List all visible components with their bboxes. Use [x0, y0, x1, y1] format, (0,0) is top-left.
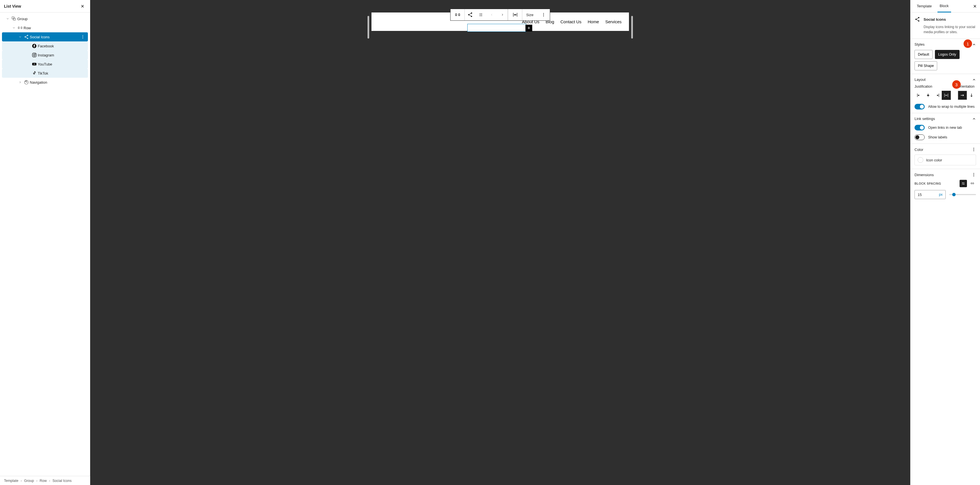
scroll-handle[interactable] [631, 16, 633, 38]
chevron-right-icon [17, 81, 23, 84]
svg-rect-38 [945, 95, 946, 96]
color-section: 5 Color Icon color [910, 144, 980, 169]
more-options-button[interactable] [79, 35, 87, 39]
link-settings-toggle[interactable]: Link settings [915, 116, 976, 121]
more-vertical-icon [541, 13, 546, 17]
more-vertical-icon[interactable] [972, 147, 976, 152]
layout-toggle[interactable]: Layout [915, 78, 976, 82]
justify-center-button[interactable] [924, 91, 933, 100]
add-social-icon-button[interactable]: + [525, 25, 532, 32]
show-labels-toggle[interactable] [915, 134, 925, 140]
new-tab-toggle[interactable] [915, 125, 925, 130]
tree-label: Facebook [38, 44, 88, 48]
color-swatch [918, 157, 923, 163]
nav-link[interactable]: Services [605, 19, 622, 24]
breadcrumb-item[interactable]: Row [40, 479, 47, 483]
chevron-up-icon [972, 117, 976, 121]
svg-point-41 [974, 149, 974, 150]
instagram-icon [31, 52, 38, 57]
drag-handle[interactable] [476, 9, 486, 21]
chevron-down-icon [11, 26, 17, 30]
youtube-icon [31, 62, 38, 67]
chevron-left-icon [490, 13, 493, 16]
tree-node-group[interactable]: Group [2, 14, 88, 23]
canvas-content: + About Us Blog Contact Us Home Services [371, 13, 629, 485]
block-type-button[interactable] [465, 9, 476, 21]
settings-tabs: Template Block [910, 0, 980, 13]
row-icon [17, 25, 24, 30]
more-options-button[interactable] [537, 9, 550, 21]
orientation-vertical-button[interactable] [967, 91, 976, 100]
icon-color-button[interactable]: Icon color [915, 154, 976, 165]
svg-point-9 [83, 38, 83, 38]
style-pill-shape-button[interactable]: Pill Shape [915, 61, 937, 70]
tree-node-youtube[interactable]: YouTube [2, 60, 88, 68]
svg-point-46 [963, 183, 963, 183]
block-toolbar: Size [450, 9, 550, 21]
justify-space-between-button[interactable] [942, 91, 951, 100]
breadcrumb-item[interactable]: Template [4, 479, 18, 483]
tree-node-facebook[interactable]: Facebook [2, 41, 88, 51]
svg-rect-3 [21, 27, 22, 29]
nav-link[interactable]: Home [587, 19, 599, 24]
breadcrumb-item[interactable]: Group [24, 479, 34, 483]
svg-point-20 [471, 16, 472, 17]
tab-template[interactable]: Template [915, 0, 934, 13]
move-right-button[interactable] [497, 9, 508, 21]
wrap-toggle[interactable] [915, 104, 925, 110]
share-icon [23, 34, 30, 40]
svg-point-31 [543, 16, 544, 16]
tree-node-social-icons[interactable]: Social Icons [2, 32, 88, 41]
justify-right-button[interactable] [933, 91, 942, 100]
svg-point-45 [974, 176, 974, 176]
scroll-handle[interactable] [368, 16, 369, 38]
annotation-badge: 1 [964, 40, 972, 48]
chevron-down-icon [17, 35, 23, 38]
justify-left-button[interactable] [915, 91, 924, 100]
close-settings-button[interactable] [972, 3, 978, 10]
slider-thumb[interactable] [952, 193, 956, 196]
more-vertical-icon[interactable] [972, 172, 976, 177]
tree-node-instagram[interactable]: Instagram [2, 51, 88, 60]
justify-button[interactable] [508, 9, 522, 21]
list-view-header: List View [0, 0, 90, 13]
block-spacing-input[interactable]: 15 px [915, 190, 946, 199]
nav-link[interactable]: Contact Us [560, 19, 581, 24]
dimensions-section: 6 Dimensions BLOCK SPACING 15 px [910, 169, 980, 202]
row-icon [455, 12, 460, 17]
svg-rect-27 [514, 14, 515, 16]
facebook-icon [31, 43, 38, 49]
justify-space-between-icon [512, 12, 518, 17]
size-button[interactable]: Size [522, 9, 537, 21]
svg-point-12 [33, 54, 35, 56]
chevron-right-icon: › [21, 479, 22, 483]
style-default-button[interactable]: Default [915, 50, 933, 59]
svg-point-29 [543, 13, 544, 14]
spacing-link-button[interactable] [969, 180, 976, 187]
spacing-unit[interactable]: px [939, 192, 943, 197]
show-labels-label: Show labels [928, 135, 947, 139]
tree-node-row[interactable]: Row [2, 23, 88, 32]
tab-block[interactable]: Block [937, 0, 951, 13]
social-icons-block-selected[interactable]: + [467, 24, 526, 32]
spacing-settings-button[interactable] [959, 180, 967, 187]
tree-label: Group [17, 17, 88, 21]
block-spacing-slider[interactable] [949, 194, 976, 195]
tree-node-navigation[interactable]: Navigation [2, 78, 88, 87]
style-logos-only-button[interactable]: Logos Only [935, 50, 959, 59]
svg-point-42 [974, 150, 974, 151]
close-list-view-button[interactable] [79, 3, 86, 10]
drag-icon [479, 13, 483, 17]
annotation-badge: 3 [952, 80, 961, 89]
block-title: Social Icons [924, 17, 946, 22]
chevron-up-icon [972, 43, 976, 46]
tree-node-tiktok[interactable]: TikTok [2, 68, 88, 78]
svg-rect-16 [455, 14, 457, 16]
breadcrumb-item[interactable]: Social Icons [52, 479, 72, 483]
move-left-button[interactable] [486, 9, 497, 21]
svg-point-40 [974, 148, 974, 148]
section-heading: Color [915, 148, 923, 152]
orientation-horizontal-button[interactable] [958, 91, 967, 100]
parent-block-button[interactable] [450, 9, 465, 21]
svg-point-21 [480, 13, 480, 14]
